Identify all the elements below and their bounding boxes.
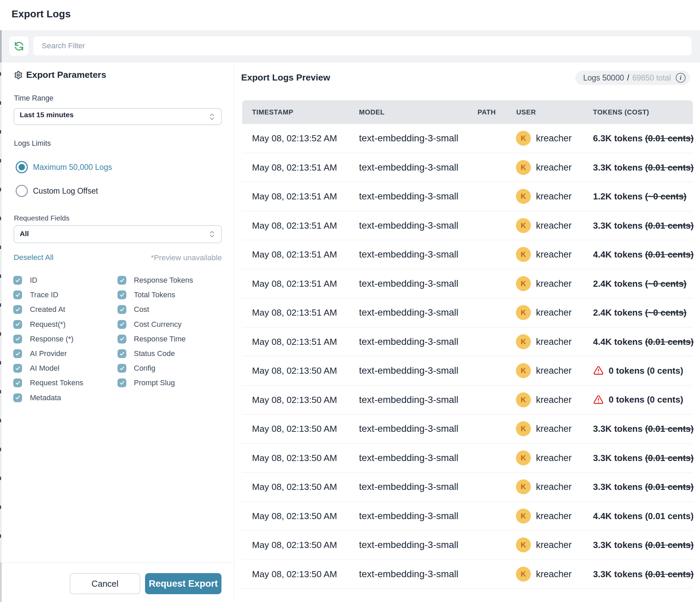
svg-text:i: i <box>680 74 682 81</box>
